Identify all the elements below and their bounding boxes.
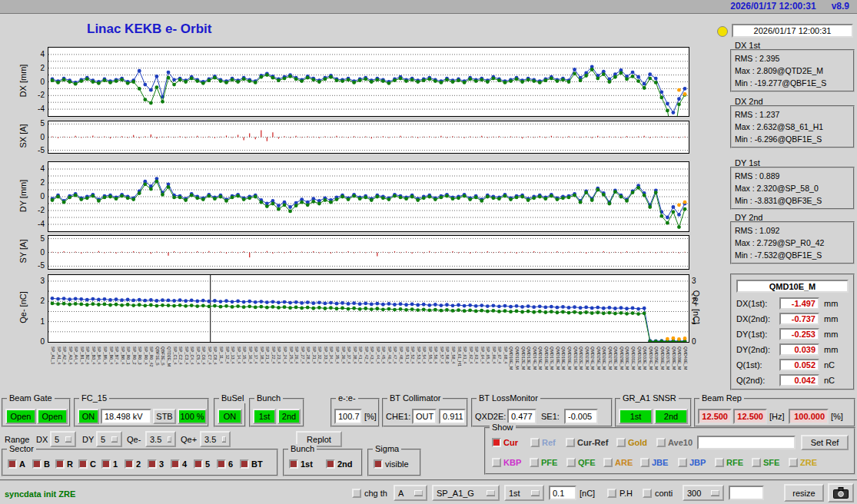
show-jbe-checkbox[interactable] xyxy=(640,458,649,467)
x-axis-label: SP_B8_4 xyxy=(121,346,125,364)
x-axis-label: QMD14E_M xyxy=(533,346,537,370)
conti-checkbox[interactable] xyxy=(643,489,652,498)
busel-on-button[interactable]: ON xyxy=(218,409,242,424)
x-axis-label: SP_48_4 xyxy=(399,346,404,364)
gr-snsr-2nd-button[interactable]: 2nd xyxy=(654,409,688,424)
x-axis-label: SP_58_0 xyxy=(445,346,450,364)
device-option-select[interactable]: SP_A1_G xyxy=(432,485,500,501)
x-axis-label: QMD24E_M xyxy=(590,346,595,370)
sector-group: Sector A B R C 1 2 3 4 5 6 BT xyxy=(2,449,278,476)
x-axis-label: QBF3E_S xyxy=(161,346,165,366)
show-zre-checkbox[interactable] xyxy=(789,458,798,467)
sector-r-checkbox[interactable] xyxy=(55,459,65,469)
monitor-row-unit: nC xyxy=(824,376,835,385)
plot-dx xyxy=(48,47,689,117)
sector-1-label: 1 xyxy=(113,459,118,469)
bunch-1st-button[interactable]: 1st xyxy=(253,409,276,424)
show-qfe-label: QFE xyxy=(578,458,596,467)
sector-1-checkbox[interactable] xyxy=(101,459,111,469)
range-qe-minus-value: 3.5 xyxy=(150,435,161,444)
bt-collimator-group: BT Collimator CHE1: OUT 0.911 xyxy=(382,398,468,427)
chg-th-checkbox[interactable] xyxy=(352,489,361,498)
show-gold-label: Gold xyxy=(628,438,647,447)
ee-ratio-group: e-:e- 100.7 [%] xyxy=(331,398,380,427)
tick-label: -2 xyxy=(28,90,45,100)
sector-option-select[interactable]: A xyxy=(394,485,427,501)
sector-c-label: C xyxy=(90,459,96,469)
fc15-stb-button[interactable]: STB xyxy=(153,409,176,424)
sector-c-checkbox[interactable] xyxy=(78,459,88,469)
beam-gate-open-button-2[interactable]: Open xyxy=(37,409,68,424)
show-gold-checkbox[interactable] xyxy=(616,438,626,447)
x-axis-label: QMD21E_M xyxy=(573,346,578,370)
x-axis-label: SP_33_4 xyxy=(324,346,328,364)
stat-min: Min : -6.296@QBF1E_S xyxy=(735,133,850,145)
bunch-2nd-button[interactable]: 2nd xyxy=(277,409,301,424)
se1-value: -0.005 xyxy=(564,409,598,424)
ee-ratio-title: e-:e- xyxy=(336,393,358,403)
bunch-2nd-checkbox[interactable] xyxy=(326,459,335,469)
sector-bt-checkbox[interactable] xyxy=(240,459,249,469)
tick-label: 5 xyxy=(28,234,45,244)
x-axis-label: QMD16E_M xyxy=(544,346,549,370)
extra-field[interactable] xyxy=(729,486,764,500)
show-ref-checkbox[interactable] xyxy=(530,438,540,447)
stat-rms: RMS : 1.237 xyxy=(735,108,850,121)
x-axis-label: SP_35_4 xyxy=(335,346,340,364)
sigma-visible-checkbox[interactable] xyxy=(374,459,383,469)
show-kbp-checkbox[interactable] xyxy=(492,458,501,467)
range-dx-value: 5 xyxy=(55,435,59,444)
x-axis-label: SP_24_4 xyxy=(283,346,287,364)
resize-button[interactable]: resize xyxy=(784,484,824,502)
x-axis-label: SP_36_4 xyxy=(341,346,346,364)
sector-5-checkbox[interactable] xyxy=(194,459,203,469)
monitor-row-label: Q(1st): xyxy=(736,360,762,370)
fc15-group: FC_15 ON 18.498 kV STB 100 % xyxy=(74,398,209,427)
range-qe-plus-select[interactable]: 3.5 xyxy=(200,431,231,447)
sector-b-checkbox[interactable] xyxy=(32,459,42,469)
show-qfe-checkbox[interactable] xyxy=(566,458,576,467)
range-qe-minus-select[interactable]: 3.5 xyxy=(145,431,176,447)
interval-value: 300 xyxy=(687,489,701,498)
x-axis-label: SP_52_4 xyxy=(410,346,415,364)
ref-name-input[interactable] xyxy=(697,436,796,449)
sector-3-checkbox[interactable] xyxy=(148,459,157,469)
monitor-row-label: Q(2nd): xyxy=(736,376,765,385)
set-ref-button[interactable]: Set Ref xyxy=(801,435,849,450)
fc15-on-button[interactable]: ON xyxy=(78,409,99,424)
sidebar-timestamp: 2026/01/17 12:00:31 xyxy=(732,24,853,38)
show-sfe-checkbox[interactable] xyxy=(752,458,761,467)
bunch-1st-checkbox[interactable] xyxy=(289,459,298,469)
show-zre-label: ZRE xyxy=(800,458,817,467)
sector-6-checkbox[interactable] xyxy=(217,459,226,469)
x-axis-label: QMD35E_M xyxy=(654,346,659,370)
sector-a-checkbox[interactable] xyxy=(8,459,17,469)
show-pfe-checkbox[interactable] xyxy=(530,458,539,467)
range-dx-select[interactable]: 5 xyxy=(50,431,76,447)
x-axis-label: SP_11_4 xyxy=(219,346,224,363)
bunch-option-select[interactable]: 1st xyxy=(504,485,544,501)
ph-checkbox[interactable] xyxy=(607,489,616,498)
sector-2-checkbox[interactable] xyxy=(125,459,134,469)
show-pfe-label: PFE xyxy=(541,458,557,467)
threshold-field[interactable]: 0.1 xyxy=(549,486,576,500)
show-jbp-checkbox[interactable] xyxy=(678,458,687,467)
screenshot-button[interactable] xyxy=(828,483,854,502)
x-axis-label: SP_45_4 xyxy=(381,346,386,364)
stat-box-dy1: RMS : 0.889 Max : 2.320@SP_58_0 Min : -3… xyxy=(730,167,855,210)
sigma-title: Sigma xyxy=(373,444,401,454)
show-cur-checkbox[interactable] xyxy=(492,438,501,447)
fc15-percent-button[interactable]: 100 % xyxy=(178,409,207,424)
sector-4-checkbox[interactable] xyxy=(171,459,180,469)
interval-select[interactable]: 300 xyxy=(683,485,724,501)
show-ave10-checkbox[interactable] xyxy=(656,438,666,447)
x-axis-label: QMD38E_M xyxy=(672,346,676,370)
show-cur-ref-checkbox[interactable] xyxy=(566,438,575,447)
beam-gate-open-button-1[interactable]: Open xyxy=(5,409,36,424)
show-rfe-checkbox[interactable] xyxy=(715,458,724,467)
stat-min: Min : -7.532@QBF1E_S xyxy=(735,249,850,261)
show-are-checkbox[interactable] xyxy=(603,458,613,467)
range-dy-select[interactable]: 5 xyxy=(96,431,122,447)
x-axis-label: SP_A1_1 xyxy=(51,346,55,364)
gr-snsr-1st-button[interactable]: 1st xyxy=(619,409,653,424)
